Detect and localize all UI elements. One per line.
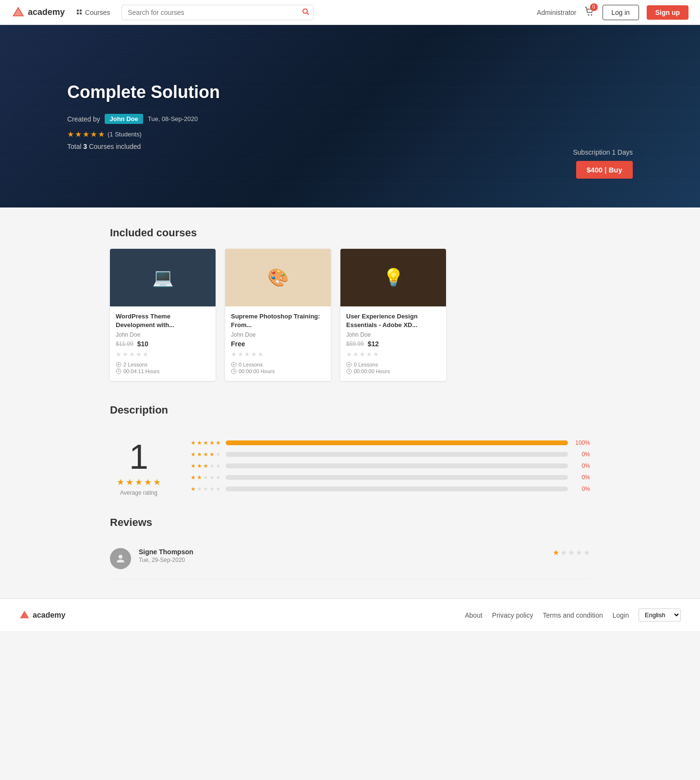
bar-track [226, 487, 568, 491]
review-star: ★ [553, 548, 559, 557]
logo-icon [12, 6, 25, 19]
login-button[interactable]: Log in [603, 5, 639, 20]
course-bundle-title: Complete Solution [67, 82, 633, 102]
search-input[interactable] [121, 5, 314, 20]
course-title: Supreme Photoshop Training: From... [231, 312, 325, 329]
hero-section: Complete Solution Created by John Doe Tu… [0, 25, 700, 207]
course-price: Free [231, 340, 245, 348]
rating-bar-row: ★★★★★ 0% [191, 451, 590, 458]
svg-point-8 [588, 14, 589, 15]
course-thumbnail: 💻 [110, 249, 216, 306]
course-card[interactable]: 💻 WordPress Theme Development with... Jo… [110, 249, 216, 381]
rating-bar-row: ★★★★★ 0% [191, 486, 590, 492]
bar-star: ★ [197, 463, 202, 469]
review-item: Signe Thompson Tue, 29-Sep-2020 ★★★★★ [110, 538, 590, 579]
signup-button[interactable]: Sign up [647, 5, 688, 20]
course-hours: 00:04:11 Hours [116, 368, 210, 374]
star-3: ★ [83, 130, 89, 139]
footer-about-link[interactable]: About [465, 611, 483, 619]
svg-point-9 [591, 14, 592, 15]
footer-terms-link[interactable]: Terms and condition [543, 611, 603, 619]
navbar-right: Administrator 0 Log in Sign up [537, 5, 688, 20]
bar-star: ★ [191, 439, 196, 446]
course-price-row: Free [231, 340, 325, 348]
avg-star-1: ★ [117, 477, 124, 488]
included-courses-section: Included courses 💻 WordPress Theme Devel… [110, 227, 590, 381]
reviewer-date: Tue, 29-Sep-2020 [139, 557, 545, 563]
course-thumbnail: 💡 [340, 249, 446, 306]
course-price-original: $59.99 [346, 341, 364, 347]
play-icon [346, 362, 352, 367]
svg-line-7 [307, 12, 309, 14]
bar-star: ★ [191, 474, 196, 481]
bar-star: ★ [203, 474, 208, 481]
course-star: ★ [258, 351, 264, 358]
subscription-text: Subscription 1 Days [573, 148, 633, 156]
course-card[interactable]: 🎨 Supreme Photoshop Training: From... Jo… [225, 249, 331, 381]
language-select[interactable]: English Français Español Deutsch [639, 609, 681, 622]
bar-star: ★ [209, 474, 215, 481]
courses-nav-label: Courses [85, 9, 110, 16]
review-stars: ★★★★★ [553, 548, 590, 557]
course-meta: 0 Lessons 00:00:00 Hours [231, 362, 325, 374]
course-stars: ★★★★★ [231, 351, 325, 358]
course-star: ★ [366, 351, 372, 358]
buy-button[interactable]: $400 | Buy [576, 161, 633, 179]
course-stars: ★★★★★ [346, 351, 440, 358]
reviews-list: Signe Thompson Tue, 29-Sep-2020 ★★★★★ [110, 538, 590, 579]
course-star: ★ [373, 351, 379, 358]
total-label: Total [67, 143, 82, 150]
hero-buy: Subscription 1 Days $400 | Buy [573, 148, 633, 179]
bar-star: ★ [191, 463, 196, 469]
course-star: ★ [143, 351, 148, 358]
reviews-section: Reviews Signe Thompson Tue, 29-Sep-2020 … [110, 516, 590, 579]
svg-rect-5 [80, 12, 82, 14]
reviewer-name: Signe Thompson [139, 548, 545, 556]
course-star: ★ [360, 351, 365, 358]
clock-icon [346, 368, 352, 374]
bar-stars: ★★★★★ [191, 451, 221, 458]
hero-date: Tue, 08-Sep-2020 [148, 115, 198, 122]
bar-percentage: 0% [573, 474, 590, 481]
bar-star: ★ [203, 451, 208, 458]
logo-text: academy [28, 7, 65, 17]
course-price-current: $12 [368, 340, 379, 348]
footer-login-link[interactable]: Login [613, 611, 629, 619]
rating-bar-row: ★★★★★ 100% [191, 439, 590, 446]
footer-logo-icon [19, 610, 30, 621]
rating-left: 1 ★ ★ ★ ★ ★ Average rating [110, 439, 168, 496]
footer-logo-text: academy [33, 611, 66, 620]
rating-bars: ★★★★★ 100% ★★★★★ 0% ★★★★★ 0% ★★★★★ 0% ★★… [191, 439, 590, 497]
bar-stars: ★★★★★ [191, 439, 221, 446]
course-author: John Doe [231, 331, 325, 338]
search-icon [302, 8, 310, 15]
course-card[interactable]: 💡 User Experience Design Essentials - Ad… [340, 249, 446, 381]
course-lessons: 0 Lessons [231, 362, 325, 367]
course-star: ★ [251, 351, 257, 358]
rating-section: 1 ★ ★ ★ ★ ★ Average rating ★★★★★ 100% ★★… [110, 439, 590, 497]
rating-bar-row: ★★★★★ 0% [191, 474, 590, 481]
logo[interactable]: academy [12, 6, 65, 19]
star-rating: ★ ★ ★ ★ ★ [67, 130, 105, 139]
bar-star: ★ [209, 451, 215, 458]
description-title: Description [110, 404, 590, 416]
courses-nav[interactable]: Courses [76, 9, 110, 16]
play-icon [116, 362, 121, 367]
included-courses-title: Included courses [110, 227, 590, 239]
author-badge[interactable]: John Doe [105, 114, 143, 124]
cart-button[interactable]: 0 [584, 6, 595, 19]
footer-privacy-link[interactable]: Privacy policy [492, 611, 533, 619]
footer-logo[interactable]: academy [19, 610, 66, 621]
bar-percentage: 0% [573, 486, 590, 492]
footer-language[interactable]: English Français Español Deutsch [639, 609, 681, 622]
bar-star: ★ [191, 486, 196, 492]
course-meta: 0 Lessons 00:00:00 Hours [346, 362, 440, 374]
bar-star: ★ [209, 463, 215, 469]
description-section: Description [110, 404, 590, 416]
footer-links: About Privacy policy Terms and condition… [465, 609, 681, 622]
course-star: ★ [353, 351, 359, 358]
search-button[interactable] [302, 8, 310, 17]
hero-stars: ★ ★ ★ ★ ★ (1 Students) [67, 130, 633, 139]
clock-icon [116, 368, 121, 374]
star-1: ★ [67, 130, 74, 139]
